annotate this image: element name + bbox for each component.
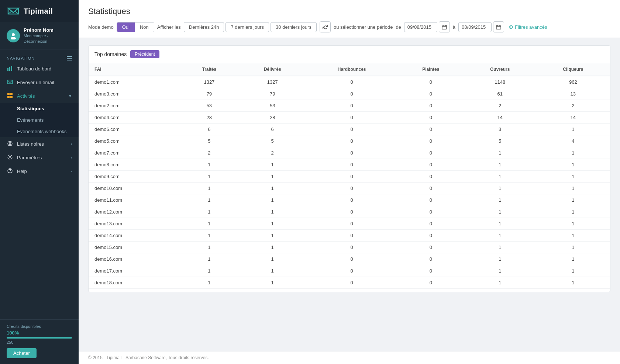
- calendar-icon-2: [496, 24, 501, 30]
- table-row: demo8.com110011: [89, 159, 610, 171]
- svg-point-18: [10, 172, 10, 172]
- date-from-calendar-button[interactable]: [439, 21, 450, 32]
- col-plaintes: Plaintes: [398, 63, 464, 76]
- table-row: demo10.com110011: [89, 183, 610, 194]
- user-area[interactable]: Prénom Nom Mon compte - Déconnexion: [0, 22, 79, 49]
- toggle-non-button[interactable]: Non: [135, 22, 154, 32]
- sidebar: Tipimail Prénom Nom Mon compte - Déconne…: [0, 0, 79, 364]
- footer-text: © 2015 - Tipimail - Sarbacane Software, …: [88, 355, 209, 360]
- table-row: demo16.com110011: [89, 253, 610, 265]
- nav-submenu-activites: Statistiques Evénements Evénements webho…: [0, 103, 79, 137]
- sidebar-item-label-activites: Activités: [17, 93, 35, 99]
- table-row: demo6.com660031: [89, 124, 610, 135]
- col-traites: Traités: [179, 63, 239, 76]
- date-to-input[interactable]: [458, 22, 492, 32]
- toggle-oui-button[interactable]: Oui: [117, 22, 135, 32]
- table-row: demo1.com13271327001148962: [89, 76, 610, 88]
- user-info: Prénom Nom Mon compte - Déconnexion: [24, 27, 72, 44]
- table-row: demo18.com110011: [89, 277, 610, 289]
- table-row: demo13.com110011: [89, 218, 610, 230]
- a-label: à: [453, 24, 455, 30]
- envelope-icon: [7, 79, 13, 86]
- sidebar-item-listes-noires[interactable]: Listes noires ›: [0, 137, 79, 151]
- top-domaines-title: Top domaines: [94, 51, 127, 57]
- credits-progress-fill: [7, 337, 72, 339]
- date-to-wrap: [458, 21, 504, 32]
- sidebar-item-envoyer-email[interactable]: Envoyer un email: [0, 76, 79, 89]
- page-title: Statistiques: [88, 7, 610, 16]
- svg-rect-0: [7, 6, 20, 16]
- last24h-button[interactable]: Dernières 24h: [184, 22, 224, 32]
- logo-area: Tipimail: [0, 0, 79, 22]
- refresh-icon: [323, 24, 328, 30]
- sidebar-item-parametres[interactable]: Paramètres ›: [0, 151, 79, 164]
- chevron-right-icon: ›: [71, 142, 72, 146]
- col-delivres: Délivrés: [239, 63, 306, 76]
- menu-lines-icon: [67, 56, 72, 60]
- last7days-button[interactable]: 7 derniers jours: [225, 22, 269, 32]
- table-row: demo11.com110011: [89, 194, 610, 206]
- precedent-button[interactable]: Précédent: [130, 50, 159, 58]
- top-bar: Statistiques Mode demo Oui Non Afficher …: [79, 0, 620, 38]
- svg-point-5: [11, 37, 16, 39]
- sidebar-item-label-help: Help: [17, 169, 27, 174]
- avatar: [7, 29, 20, 42]
- table-row: demo7.com220011: [89, 147, 610, 159]
- table-row: demo19.com110011: [89, 289, 610, 292]
- sidebar-item-label-tableau: Tableau de bord: [17, 66, 51, 72]
- svg-rect-12: [7, 96, 10, 98]
- nav-section: Navigation Tableau de bord Envoyer un em…: [0, 49, 79, 319]
- table-row: demo3.com7979006113: [89, 88, 610, 100]
- credits-amount: 250: [7, 340, 72, 344]
- date-from-input[interactable]: [404, 22, 437, 32]
- help-icon: [7, 168, 13, 175]
- svg-point-4: [12, 33, 15, 36]
- table-row: demo17.com110011: [89, 265, 610, 277]
- date-to-calendar-button[interactable]: [493, 21, 504, 32]
- table-row: demo12.com110011: [89, 206, 610, 218]
- calendar-icon: [442, 24, 447, 30]
- refresh-button[interactable]: [320, 21, 331, 32]
- stats-card: Top domaines Précédent FAI Traités Déliv…: [88, 45, 610, 292]
- table-row: demo9.com110011: [89, 171, 610, 183]
- advanced-filter-link[interactable]: ⊕ Filtres avancés: [509, 24, 547, 30]
- table-row: demo5.com550054: [89, 135, 610, 147]
- app-name: Tipimail: [24, 7, 53, 15]
- table-row: demo15.com110011: [89, 242, 610, 253]
- gear-icon: [7, 154, 13, 161]
- footer: © 2015 - Tipimail - Sarbacane Software, …: [79, 351, 620, 364]
- user-name: Prénom Nom: [24, 27, 72, 33]
- col-ouvreurs: Ouvreurs: [464, 63, 536, 76]
- table-row: demo4.com2828001414: [89, 112, 610, 124]
- svg-rect-13: [10, 96, 13, 98]
- sidebar-item-help[interactable]: Help ›: [0, 164, 79, 178]
- content-area: Top domaines Précédent FAI Traités Déliv…: [79, 38, 620, 351]
- svg-rect-10: [7, 93, 10, 95]
- sidebar-item-label-email: Envoyer un email: [17, 80, 54, 85]
- svg-point-15: [9, 142, 11, 143]
- stats-table: FAI Traités Délivrés Hardbounces Plainte…: [89, 63, 610, 292]
- sidebar-item-activites[interactable]: Activités ▼: [0, 89, 79, 103]
- table-header-row: FAI Traités Délivrés Hardbounces Plainte…: [89, 63, 610, 76]
- sidebar-item-label-listes: Listes noires: [17, 141, 44, 147]
- sidebar-item-evenements-webhooks[interactable]: Evénements webhooks: [0, 126, 79, 137]
- col-cliqueurs: Cliqueurs: [536, 63, 610, 76]
- chevron-right-icon-3: ›: [71, 169, 72, 173]
- buy-button[interactable]: Acheter: [7, 348, 37, 358]
- last30days-button[interactable]: 30 derniers jours: [271, 22, 317, 32]
- sidebar-item-evenements[interactable]: Evénements: [0, 114, 79, 126]
- svg-point-16: [9, 156, 11, 158]
- mode-demo-label: Mode demo: [88, 24, 114, 30]
- table-wrapper[interactable]: FAI Traités Délivrés Hardbounces Plainte…: [89, 63, 610, 292]
- user-account-link[interactable]: Mon compte - Déconnexion: [24, 34, 48, 44]
- plus-icon: ⊕: [509, 24, 513, 30]
- sidebar-item-tableau-de-bord[interactable]: Tableau de bord: [0, 62, 79, 76]
- svg-rect-19: [442, 25, 447, 29]
- sidebar-item-statistiques[interactable]: Statistiques: [0, 103, 79, 114]
- svg-rect-23: [496, 25, 501, 29]
- svg-rect-6: [7, 68, 8, 71]
- chevron-right-icon-2: ›: [71, 156, 72, 160]
- filters-row: Mode demo Oui Non Afficher les Dernières…: [88, 21, 610, 32]
- period-buttons: Dernières 24h 7 derniers jours 30 dernie…: [184, 22, 317, 32]
- credits-label: Crédits disponibles: [7, 324, 72, 329]
